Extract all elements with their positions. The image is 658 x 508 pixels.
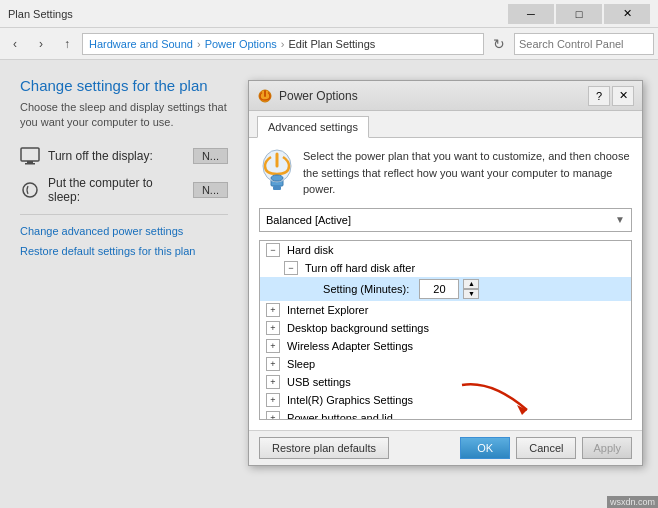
- refresh-button[interactable]: ↻: [488, 33, 510, 55]
- arrow-annotation: [452, 375, 542, 423]
- watermark: wsxdn.com: [607, 496, 658, 508]
- modal-power-icon: [257, 88, 273, 104]
- breadcrumb-sep-1: ›: [197, 38, 201, 50]
- tree-item[interactable]: Setting (Minutes): ▲ ▼: [260, 277, 631, 301]
- spin-up-button[interactable]: ▲: [463, 279, 479, 289]
- spinner-row: ▲ ▼: [419, 279, 479, 299]
- tree-item-label: Wireless Adapter Settings: [287, 340, 413, 352]
- tab-advanced-settings[interactable]: Advanced settings: [257, 116, 369, 138]
- title-bar-text: Plan Settings: [8, 8, 508, 20]
- cancel-button[interactable]: Cancel: [516, 437, 576, 459]
- back-button[interactable]: ‹: [4, 33, 26, 55]
- tree-item[interactable]: + Internet Explorer: [260, 301, 631, 319]
- spinner-input[interactable]: [419, 279, 459, 299]
- tree-expand-icon[interactable]: +: [266, 393, 280, 407]
- tree-item-label: Sleep: [287, 358, 315, 370]
- tree-expand-icon[interactable]: +: [266, 303, 280, 317]
- power-options-modal: Power Options ? ✕ Advanced settings: [248, 80, 643, 466]
- breadcrumb-sep-2: ›: [281, 38, 285, 50]
- modal-footer: Restore plan defaults OK Cancel Apply: [249, 430, 642, 465]
- spin-down-button[interactable]: ▼: [463, 289, 479, 299]
- forward-button[interactable]: ›: [30, 33, 52, 55]
- tree-item-label: USB settings: [287, 376, 351, 388]
- tree-item[interactable]: + Power buttons and lid: [260, 409, 631, 420]
- ok-button[interactable]: OK: [460, 437, 510, 459]
- main-content: Change settings for the plan Choose the …: [0, 60, 658, 508]
- breadcrumb-current: Edit Plan Settings: [288, 38, 375, 50]
- tree-expand-icon[interactable]: +: [266, 411, 280, 420]
- address-bar: ‹ › ↑ Hardware and Sound › Power Options…: [0, 28, 658, 60]
- tree-item[interactable]: + Intel(R) Graphics Settings: [260, 391, 631, 409]
- tree-item-label: Hard disk: [287, 244, 333, 256]
- modal-title-text: Power Options: [279, 89, 586, 103]
- tree-expand-icon[interactable]: +: [266, 375, 280, 389]
- tree-item-label: Internet Explorer: [287, 304, 368, 316]
- tree-item[interactable]: − Hard disk: [260, 241, 631, 259]
- plan-dropdown-container: Balanced [Active] ▼: [259, 208, 632, 232]
- tree-expand-icon[interactable]: +: [266, 321, 280, 335]
- tree-item[interactable]: + Sleep: [260, 355, 631, 373]
- svg-rect-6: [273, 186, 281, 190]
- search-input[interactable]: [514, 33, 654, 55]
- tree-expand-icon[interactable]: +: [266, 339, 280, 353]
- breadcrumb: Hardware and Sound › Power Options › Edi…: [82, 33, 484, 55]
- maximize-button[interactable]: □: [556, 4, 602, 24]
- svg-point-8: [271, 175, 283, 181]
- title-bar: Plan Settings ─ □ ✕: [0, 0, 658, 28]
- tree-item-label: Setting (Minutes):: [323, 283, 409, 295]
- tree-expand-icon[interactable]: −: [284, 261, 298, 275]
- modal-title-bar: Power Options ? ✕: [249, 81, 642, 111]
- modal-close-button[interactable]: ✕: [612, 86, 634, 106]
- tree-item-label: Intel(R) Graphics Settings: [287, 394, 413, 406]
- breadcrumb-hardware[interactable]: Hardware and Sound: [89, 38, 193, 50]
- tree-item-label: Turn off hard disk after: [305, 262, 415, 274]
- modal-body: Select the power plan that you want to c…: [249, 138, 642, 430]
- plan-dropdown[interactable]: Balanced [Active] ▼: [259, 208, 632, 232]
- apply-button[interactable]: Apply: [582, 437, 632, 459]
- tree-expand-icon[interactable]: −: [266, 243, 280, 257]
- minimize-button[interactable]: ─: [508, 4, 554, 24]
- tree-expand-icon[interactable]: +: [266, 357, 280, 371]
- dropdown-value: Balanced [Active]: [266, 214, 351, 226]
- window-close-button[interactable]: ✕: [604, 4, 650, 24]
- dropdown-arrow-icon: ▼: [615, 214, 625, 225]
- power-options-icon: [259, 148, 295, 188]
- up-button[interactable]: ↑: [56, 33, 78, 55]
- title-bar-buttons: ─ □ ✕: [508, 4, 650, 24]
- tree-item[interactable]: + Wireless Adapter Settings: [260, 337, 631, 355]
- modal-tabs: Advanced settings: [249, 111, 642, 138]
- dialog-buttons: OK Cancel Apply: [460, 437, 632, 459]
- restore-plan-defaults-button[interactable]: Restore plan defaults: [259, 437, 389, 459]
- spinner-buttons: ▲ ▼: [463, 279, 479, 299]
- tree-item-label: Power buttons and lid: [287, 412, 393, 420]
- breadcrumb-power[interactable]: Power Options: [205, 38, 277, 50]
- tree-item[interactable]: − Turn off hard disk after: [260, 259, 631, 277]
- modal-help-button[interactable]: ?: [588, 86, 610, 106]
- tree-item-label: Desktop background settings: [287, 322, 429, 334]
- settings-tree[interactable]: − Hard disk− Turn off hard disk after Se…: [259, 240, 632, 420]
- tree-item[interactable]: + Desktop background settings: [260, 319, 631, 337]
- info-row: Select the power plan that you want to c…: [259, 148, 632, 198]
- info-text: Select the power plan that you want to c…: [303, 148, 632, 198]
- tree-item[interactable]: + USB settings: [260, 373, 631, 391]
